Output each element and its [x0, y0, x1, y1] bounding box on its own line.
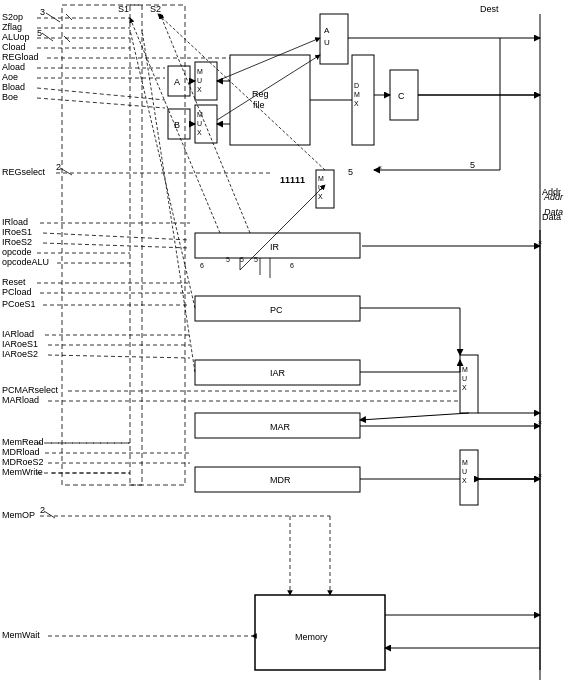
mar-label: MAR [270, 422, 291, 432]
label-s2: S2 [150, 4, 161, 14]
signal-zflag: Zflag [2, 22, 22, 32]
dmx-label2: M [354, 91, 360, 98]
svg-line-20 [43, 243, 190, 248]
ir-6-label3: 5 [254, 256, 258, 263]
signal-bload: Bload [2, 82, 25, 92]
signal-pcoess1: PCoeS1 [2, 299, 36, 309]
iar-label: IAR [270, 368, 286, 378]
muxmdr-label1: M [462, 459, 468, 466]
ir-6-label1: 5 [226, 256, 230, 263]
alu-label-a: A [324, 26, 330, 35]
x-mark3: × [538, 419, 542, 426]
signal-iaroes1: IARoeS1 [2, 339, 38, 349]
signal-iaroes2: IARoeS2 [2, 349, 38, 359]
svg-line-35 [44, 511, 55, 518]
signal-s2op: S2op [2, 12, 23, 22]
signal-aluop: ALUop [2, 32, 30, 42]
signal-reset: Reset [2, 277, 26, 287]
signal-mdrload: MDRload [2, 447, 40, 457]
ir-6-label5: 6 [290, 262, 294, 269]
data-label-right: Data [544, 207, 563, 217]
c-label: C [398, 91, 405, 101]
muxa-label2: U [197, 77, 202, 84]
label-s1: S1 [118, 4, 129, 14]
signal-iroes2: IRoeS2 [2, 237, 32, 247]
signal-iarload: IARload [2, 329, 34, 339]
signal-pcload: PCload [2, 287, 32, 297]
svg-line-5 [42, 33, 53, 41]
muxpcmar-label3: X [462, 384, 467, 391]
muxpcmar-label1: M [462, 366, 468, 373]
ir-6-label4: 6 [200, 262, 204, 269]
svg-line-12 [37, 98, 165, 108]
svg-line-66 [360, 413, 469, 420]
signal-opcode: opcode [2, 247, 32, 257]
regselect-2: 2 [56, 162, 61, 172]
svg-line-2 [46, 13, 60, 22]
signal-mdroes2: MDRoeS2 [2, 457, 44, 467]
dest-5: 5 [470, 160, 475, 170]
ir-label: IR [270, 242, 280, 252]
signal-iroes1: IRoeS1 [2, 227, 32, 237]
pc-label: PC [270, 305, 283, 315]
signal-aload: Aload [2, 62, 25, 72]
muxpcmar-label2: U [462, 375, 467, 382]
ir-6-label2: 5 [240, 256, 244, 263]
signal-opcodealu: opcodeALU [2, 257, 49, 267]
signal-irload: IRload [2, 217, 28, 227]
alu-label-u: U [324, 38, 330, 47]
signal-memwait: MemWait [2, 630, 40, 640]
dest-label: Dest [480, 4, 499, 14]
x-mark1: × [378, 164, 382, 171]
regfile-label1: Reg [252, 89, 269, 99]
muximm-label1: M [318, 175, 324, 182]
signal-marload: MARload [2, 395, 39, 405]
svg-line-19 [43, 233, 190, 240]
signal-5: 5 [37, 28, 42, 38]
svg-line-79 [64, 36, 70, 42]
signal-memread: MemRead [2, 437, 44, 447]
memop-2: 2 [40, 505, 45, 515]
imm-label: 11111 [280, 175, 305, 185]
signal-memwrite: MemWrite [2, 467, 43, 477]
muximm-label3: X [318, 193, 323, 200]
mux5-label: 5 [348, 167, 353, 177]
muxa-label3: X [197, 86, 202, 93]
signal-boe: Boe [2, 92, 18, 102]
svg-line-78 [66, 14, 72, 20]
signal-pcmarsel: PCMARselect [2, 385, 59, 395]
muxmdr-label2: U [462, 468, 467, 475]
dmx-label1: D [354, 82, 359, 89]
signal-cload: Cload [2, 42, 26, 52]
signal-3: 3 [40, 7, 45, 17]
muxa-label: M [197, 68, 203, 75]
mdr-label: MDR [270, 475, 291, 485]
addr-label-right: Addr [543, 192, 564, 202]
x-mark2: × [538, 472, 542, 479]
muxb-label2: U [197, 120, 202, 127]
signal-regselect: REGselect [2, 167, 46, 177]
svg-line-28 [48, 355, 190, 358]
memory-label: Memory [295, 632, 328, 642]
muxmdr-label3: X [462, 477, 467, 484]
signal-regload: REGload [2, 52, 39, 62]
a-label: A [174, 77, 180, 87]
muxb-label3: X [197, 129, 202, 136]
dmx-label3: X [354, 100, 359, 107]
signal-aoe: Aoe [2, 72, 18, 82]
x-mark4: × [538, 239, 542, 246]
signal-memop: MemOP [2, 510, 35, 520]
